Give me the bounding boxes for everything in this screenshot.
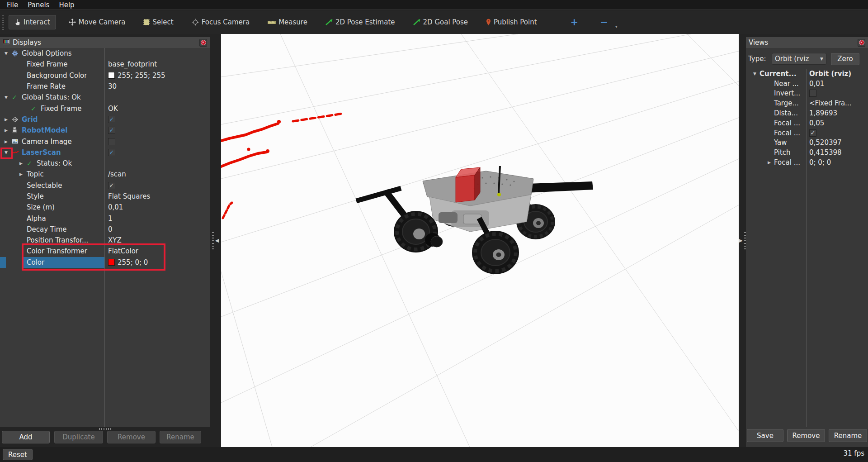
display-row-alpha[interactable]: Alpha1 — [0, 213, 210, 224]
close-views-button[interactable]: ✕ — [858, 39, 865, 47]
view-row-focal[interactable]: Focal ...0,05 — [746, 118, 868, 128]
add-display-button[interactable]: Add — [2, 431, 50, 443]
display-row-robotmodel[interactable]: ▶RobotModel✓ — [0, 125, 210, 136]
remove-view-button[interactable]: Remove — [787, 429, 825, 442]
row-label: Focal ... — [774, 158, 800, 167]
tool-2d-goal-pose[interactable]: 2D Goal Pose — [408, 15, 474, 29]
checkbox[interactable]: ✓ — [108, 149, 115, 156]
display-row-global-options[interactable]: ▼Global Options — [0, 48, 210, 59]
menu-panels[interactable]: Panels — [24, 0, 53, 10]
render-view — [221, 34, 739, 447]
branch-right-icon[interactable]: ▶ — [19, 161, 27, 166]
menu-help[interactable]: Help — [55, 0, 78, 10]
rename-view-button[interactable]: Rename — [829, 429, 867, 442]
checkbox[interactable]: ✓ — [108, 182, 115, 189]
column-separator — [806, 69, 807, 427]
display-row-background-color[interactable]: Background Color255; 255; 255 — [0, 70, 210, 81]
branch-down-icon[interactable]: ▼ — [5, 95, 12, 100]
color-swatch — [108, 72, 115, 79]
row-value — [104, 158, 210, 169]
toolbar-overflow-icon[interactable]: ▾ — [615, 24, 618, 29]
view-row-dista[interactable]: Dista...1,89693 — [746, 108, 868, 118]
save-view-button[interactable]: Save — [747, 429, 783, 442]
display-row-global-status-ok[interactable]: ▼✓Global Status: Ok — [0, 92, 210, 103]
tool-focus-camera[interactable]: Focus Camera — [186, 15, 255, 29]
toolbar-grip[interactable] — [2, 14, 4, 30]
display-row-camera-image[interactable]: ▶Camera Image — [0, 136, 210, 147]
row-value: XYZ — [104, 235, 210, 246]
display-row-size-m[interactable]: Size (m)0,01 — [0, 202, 210, 213]
row-label: Near ... — [774, 80, 799, 88]
right-splitter[interactable]: ▶ — [739, 34, 746, 447]
branch-right-icon[interactable]: ▶ — [19, 172, 27, 176]
value-text: 1,89693 — [809, 109, 837, 117]
select-box-icon — [143, 19, 150, 25]
display-row-grid[interactable]: ▶Grid✓ — [0, 114, 210, 125]
checkbox[interactable]: ✓ — [108, 127, 115, 134]
row-value: Flat Squares — [104, 191, 210, 202]
display-row-fixed-frame[interactable]: ✓Fixed FrameOK — [0, 103, 210, 114]
branch-down-icon[interactable]: ▼ — [5, 51, 12, 56]
duplicate-display-button[interactable]: Duplicate — [54, 431, 103, 443]
row-label: Status: Ok — [37, 159, 72, 167]
checkbox[interactable]: ✓ — [809, 129, 816, 137]
row-value: 30 — [104, 81, 210, 92]
view-row-focal[interactable]: ▶Focal ...0; 0; 0 — [746, 157, 868, 167]
reset-button[interactable]: Reset — [3, 449, 33, 460]
view-row-invert[interactable]: Invert... — [746, 89, 868, 99]
display-row-topic[interactable]: ▶Topic/scan — [0, 169, 210, 180]
view-row-pitch[interactable]: Pitch0,415398 — [746, 148, 868, 157]
left-splitter[interactable]: ◀ — [210, 34, 221, 447]
rename-display-button[interactable]: Rename — [160, 431, 201, 443]
remove-tool-button[interactable]: − — [595, 17, 613, 28]
checkbox[interactable] — [108, 138, 115, 145]
3d-viewport[interactable] — [221, 34, 739, 447]
display-row-color[interactable]: Color255; 0; 0 — [0, 257, 210, 268]
branch-right-icon[interactable]: ▶ — [5, 139, 12, 144]
display-row-laserscan[interactable]: ▼LaserScan✓ — [0, 147, 210, 158]
branch-right-icon[interactable]: ▶ — [5, 128, 12, 133]
view-row-near[interactable]: Near ...0,01 — [746, 79, 868, 89]
display-row-selectable[interactable]: Selectable✓ — [0, 180, 210, 191]
tool-measure[interactable]: Measure — [262, 15, 313, 29]
tool-publish-point[interactable]: Publish Point — [481, 15, 542, 29]
checkbox[interactable]: ✓ — [108, 116, 115, 123]
display-row-position-transfor[interactable]: Position Transfor...XYZ — [0, 235, 210, 246]
tool-interact[interactable]: Interact — [9, 15, 56, 29]
view-row-targe[interactable]: Targe...<Fixed Fra... — [746, 98, 868, 108]
status-check-icon: ✓ — [31, 105, 41, 112]
type-label: Type: — [748, 55, 766, 63]
panel-resize-handle[interactable] — [99, 428, 111, 430]
branch-right-icon[interactable]: ▶ — [5, 117, 12, 122]
view-row-yaw[interactable]: Yaw0,520397 — [746, 138, 868, 148]
display-row-decay-time[interactable]: Decay Time0 — [0, 224, 210, 235]
display-row-fixed-frame[interactable]: Fixed Framebase_footprint — [0, 59, 210, 70]
checkbox[interactable] — [809, 90, 816, 97]
grid-icon — [12, 117, 22, 122]
zero-button[interactable]: Zero — [831, 53, 859, 65]
branch-down-icon[interactable]: ▼ — [5, 150, 12, 155]
view-type-row: Type: Orbit (rviz ▼ Zero — [746, 52, 868, 65]
branch-down-icon[interactable]: ▼ — [753, 71, 760, 76]
remove-display-button[interactable]: Remove — [107, 431, 156, 443]
tool-2d-pose-estimate[interactable]: 2D Pose Estimate — [320, 15, 401, 29]
view-row-current[interactable]: ▼Current...Orbit (rviz) — [746, 69, 868, 79]
row-value: 0; 0; 0 — [806, 157, 868, 167]
display-row-color-transformer[interactable]: Color TransformerFlatColor — [0, 246, 210, 257]
tool-select[interactable]: Select — [138, 15, 179, 29]
close-displays-button[interactable]: ✕ — [199, 39, 207, 47]
display-row-frame-rate[interactable]: Frame Rate30 — [0, 81, 210, 92]
add-tool-button[interactable]: + — [566, 17, 583, 28]
menu-file[interactable]: File — [3, 0, 22, 10]
display-row-style[interactable]: StyleFlat Squares — [0, 191, 210, 202]
row-label: Current... — [760, 70, 797, 78]
value-text: base_footprint — [108, 60, 157, 68]
view-row-focal[interactable]: Focal ...✓ — [746, 128, 868, 138]
row-value: ✓ — [104, 180, 210, 191]
branch-right-icon[interactable]: ▶ — [768, 160, 774, 165]
tool-move-camera[interactable]: Move Camera — [63, 15, 131, 29]
column-separator — [104, 48, 105, 427]
display-row-status-ok[interactable]: ▶✓Status: Ok — [0, 158, 210, 169]
views-tree: ▼Current...Orbit (rviz)Near ...0,01Inver… — [746, 69, 868, 427]
view-type-dropdown[interactable]: Orbit (rviz ▼ — [772, 53, 826, 65]
